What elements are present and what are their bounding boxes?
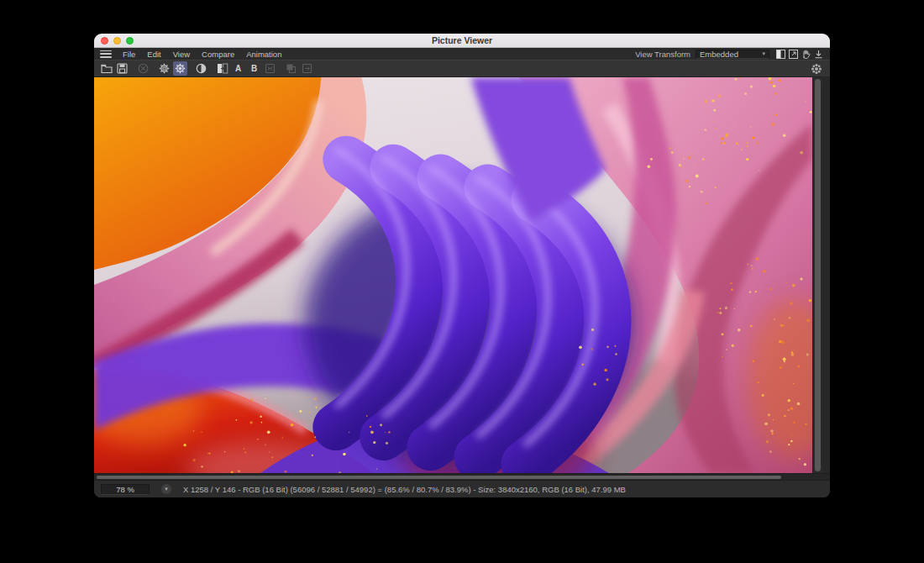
menu-compare[interactable]: Compare bbox=[196, 50, 240, 59]
menu-animation[interactable]: Animation bbox=[240, 50, 287, 59]
view-transform-dropdown[interactable]: Embedded ▾ bbox=[696, 50, 769, 59]
split-view-icon[interactable] bbox=[776, 50, 785, 59]
b-label: B bbox=[251, 64, 257, 73]
gear-square-icon bbox=[159, 63, 170, 74]
gear-flower-icon bbox=[811, 63, 822, 75]
pan-hand-icon[interactable] bbox=[801, 50, 811, 59]
chevron-down-icon: ▾ bbox=[762, 50, 765, 57]
traffic-lights bbox=[101, 37, 134, 45]
open-in-new-window-icon[interactable] bbox=[789, 50, 798, 59]
window-title: Picture Viewer bbox=[94, 35, 830, 45]
a-label: A bbox=[235, 64, 241, 73]
copy-image-button[interactable] bbox=[284, 61, 298, 76]
set-a-button[interactable]: A bbox=[231, 61, 245, 76]
menu-edit[interactable]: Edit bbox=[141, 50, 166, 59]
menu-view[interactable]: View bbox=[167, 50, 196, 59]
contrast-button[interactable] bbox=[194, 61, 208, 76]
render-settings-button[interactable] bbox=[157, 61, 171, 76]
cancel-render-button[interactable] bbox=[136, 61, 150, 76]
chevron-down-icon: ▼ bbox=[164, 487, 169, 492]
swap-ab-icon bbox=[265, 63, 276, 74]
ab-compare-button[interactable] bbox=[215, 61, 229, 76]
image-canvas[interactable] bbox=[94, 77, 812, 473]
vertical-scrollbar[interactable] bbox=[812, 77, 822, 473]
floppy-icon bbox=[117, 63, 128, 74]
swap-ab-button[interactable] bbox=[263, 61, 277, 76]
horizontal-scrollbar-thumb[interactable] bbox=[97, 476, 781, 479]
minimize-button[interactable] bbox=[113, 37, 121, 45]
copy-icon bbox=[286, 63, 297, 74]
view-transform-value: Embedded bbox=[700, 50, 762, 59]
export-image-button[interactable] bbox=[300, 61, 314, 76]
view-transform-label: View Transform bbox=[635, 50, 690, 59]
vertical-scrollbar-thumb[interactable] bbox=[815, 79, 821, 471]
set-b-button[interactable]: B bbox=[247, 61, 261, 76]
zoom-dropdown-button[interactable]: ▼ bbox=[161, 484, 171, 494]
cancel-circle-icon bbox=[138, 63, 149, 74]
menu-bar: File Edit View Compare Animation View Tr… bbox=[94, 48, 830, 60]
pixel-info-text: X 1258 / Y 146 - RGB (16 Bit) (56096 / 5… bbox=[183, 485, 626, 494]
picture-viewer-window: Picture Viewer File Edit View Compare An… bbox=[94, 34, 830, 497]
export-arrow-icon bbox=[302, 63, 312, 74]
close-button[interactable] bbox=[101, 37, 108, 45]
toolbar: A B bbox=[94, 60, 830, 77]
node-settings-button[interactable] bbox=[809, 61, 823, 76]
display-settings-button[interactable] bbox=[173, 61, 187, 76]
gear-lines-icon bbox=[175, 63, 186, 74]
folder-icon bbox=[101, 64, 113, 74]
status-bar: 78 % ▼ X 1258 / Y 146 - RGB (16 Bit) (56… bbox=[94, 480, 830, 497]
zoom-level-field[interactable]: 78 % bbox=[101, 484, 150, 495]
viewport bbox=[94, 77, 830, 473]
menu-file[interactable]: File bbox=[117, 50, 141, 59]
save-button[interactable] bbox=[115, 61, 129, 76]
contrast-icon bbox=[196, 63, 207, 74]
horizontal-scrollbar[interactable] bbox=[94, 473, 830, 480]
artwork bbox=[94, 77, 812, 473]
zoom-window-button[interactable] bbox=[126, 37, 134, 45]
open-file-button[interactable] bbox=[99, 61, 113, 76]
right-gutter bbox=[822, 77, 830, 473]
download-icon[interactable] bbox=[814, 50, 823, 59]
title-bar: Picture Viewer bbox=[94, 34, 830, 48]
ab-panels-icon bbox=[217, 63, 228, 74]
hamburger-menu-icon[interactable] bbox=[100, 50, 112, 58]
